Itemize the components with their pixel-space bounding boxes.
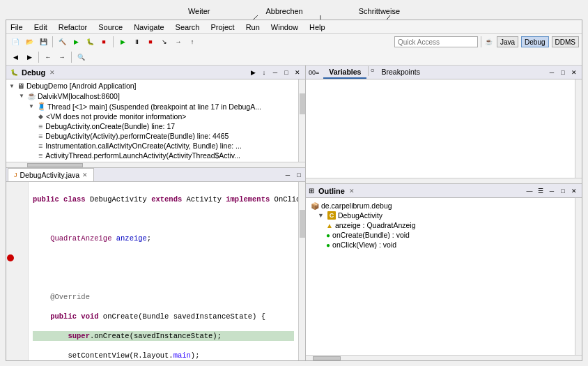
run-button[interactable]: ▶ — [70, 36, 82, 48]
debug-maximize-btn[interactable]: □ — [281, 68, 291, 77]
toolbar-row-2: ◀ ▶ ← → 🔍 — [6, 49, 582, 65]
outline-scrollbar[interactable] — [575, 198, 582, 355]
variables-maximize-btn[interactable]: □ — [558, 68, 568, 77]
prev-edit-button[interactable]: ← — [42, 51, 54, 63]
menu-help[interactable]: Help — [308, 23, 327, 31]
menu-refactor[interactable]: Refactor — [57, 23, 89, 31]
variables-minimize-btn[interactable]: ─ — [547, 68, 557, 77]
outline-filter-btn[interactable]: ☰ — [536, 186, 546, 196]
vars-hscrollbar[interactable] — [306, 178, 582, 183]
debug-step-btn[interactable]: ↓ — [259, 68, 269, 77]
editor-scroll-thumb[interactable] — [300, 210, 305, 238]
step-over-button[interactable]: → — [172, 36, 185, 48]
expand-icon-1[interactable]: ▼ — [19, 93, 24, 99]
expand-icon-2[interactable]: ▼ — [29, 103, 34, 109]
variables-close-btn[interactable]: ✕ — [569, 68, 579, 77]
editor-tab-close[interactable]: ✕ — [82, 171, 88, 178]
annotation-abbrechen: Abbrechen — [266, 7, 303, 15]
outline-collapse-btn[interactable]: — — [525, 186, 534, 196]
perspective-java-btn[interactable]: Java — [497, 36, 518, 47]
debug-close-x: ✕ — [49, 69, 55, 76]
outline-hscrollbar[interactable] — [306, 355, 582, 360]
menu-file[interactable]: File — [9, 23, 24, 31]
terminate-button[interactable]: ■ — [144, 36, 157, 48]
debug-close-btn[interactable]: ✕ — [293, 68, 302, 77]
perspective-debug-btn[interactable]: Debug — [521, 36, 548, 47]
debug-scrollbar[interactable] — [298, 79, 305, 162]
debug-resume-btn[interactable]: ▶ — [248, 68, 258, 77]
tree-item-oncreate[interactable]: ≡ DebugActivity.onCreate(Bundle) line: 1… — [8, 121, 297, 131]
outline-item-class[interactable]: ▼ C DebugActivity — [309, 211, 572, 220]
toolbar-sep-persp — [481, 36, 481, 47]
debug-scroll-thumb[interactable] — [300, 93, 305, 114]
tree-item-thread[interactable]: ▼ 🧵 Thread [<1> main] (Suspended (breakp… — [8, 101, 297, 112]
code-line-9: setContentView(R.layout.main); — [33, 351, 294, 360]
outline-item-method-onclick[interactable]: ● onClick(View) : void — [309, 240, 572, 250]
expand-icon-0[interactable]: ▼ — [9, 83, 15, 89]
tree-item-callactivity[interactable]: ≡ Instrumentation.callActivityOnCreate(A… — [8, 141, 297, 151]
tab-breakpoints[interactable]: Breakpoints — [376, 66, 425, 79]
stop-button[interactable]: ■ — [98, 36, 110, 48]
tree-label-5: DebugActivity(Activity).performCreate(Bu… — [45, 132, 229, 140]
code-line-5 — [33, 273, 294, 282]
outline-item-method-oncreate[interactable]: ● onCreate(Bundle) : void — [309, 230, 572, 240]
code-editor[interactable]: public class DebugActivity extends Activ… — [29, 182, 298, 360]
tree-item-debugdemo[interactable]: ▼ 🖥 DebugDemo [Android Application] — [8, 81, 297, 91]
forward-button[interactable]: ▶ — [23, 51, 36, 63]
editor-right-scrollbar[interactable] — [298, 182, 305, 360]
menu-run[interactable]: Run — [245, 23, 261, 31]
code-line-1: public class DebugActivity extends Activ… — [33, 195, 294, 204]
perspective-ddms-btn[interactable]: DDMS — [552, 36, 579, 47]
ln-10 — [16, 273, 26, 282]
menu-source[interactable]: Source — [97, 23, 124, 31]
editor-minimize-btn[interactable]: ─ — [283, 170, 293, 180]
outline-content: 📦 de.carpelibrum.debug ▼ C DebugActivity — [306, 198, 575, 355]
debug-button[interactable]: 🐛 — [84, 36, 96, 48]
back-button[interactable]: ◀ — [9, 51, 22, 63]
ln-8 — [16, 253, 26, 263]
save-button[interactable]: 💾 — [37, 36, 49, 48]
build-button[interactable]: 🔨 — [56, 36, 68, 48]
method-icon-1: ● — [326, 231, 330, 239]
tree-item-vm[interactable]: ◆ <VM does not provide monitor informati… — [8, 112, 297, 121]
perspective-java-icon[interactable]: ☕ — [484, 37, 494, 47]
menu-navigate[interactable]: Navigate — [132, 23, 165, 31]
tree-item-performlaunch[interactable]: ≡ ActivityThread.performLaunchActivity(A… — [8, 151, 297, 160]
outline-item-package[interactable]: 📦 de.carpelibrum.debug — [309, 201, 572, 211]
variables-tabs: Variables ○ Breakpoints — [323, 66, 426, 79]
menu-edit[interactable]: Edit — [33, 23, 49, 31]
new-button[interactable]: 📄 — [9, 36, 22, 48]
code-line-6: @Override — [33, 292, 294, 302]
variables-panel-header: 00= Variables ○ Breakpoints ─ □ ✕ — [306, 66, 582, 79]
search-btn[interactable]: 🔍 — [75, 51, 87, 63]
tab-variables[interactable]: Variables — [323, 66, 366, 79]
outline-minimize-btn[interactable]: ─ — [547, 186, 557, 196]
ln-12 — [16, 292, 26, 302]
vars-scrollbar[interactable] — [575, 79, 582, 178]
code-line-3: QuadratAnzeige anzeige; — [33, 234, 294, 243]
editor-tab-debugactivity[interactable]: J DebugActivity.java ✕ — [8, 168, 94, 181]
class-icon: C — [327, 211, 336, 220]
debug-minimize-btn[interactable]: ─ — [270, 68, 280, 77]
tree-item-performcreate[interactable]: ≡ DebugActivity(Activity).performCreate(… — [8, 131, 297, 141]
outline-label-anzeige: anzeige : QuadratAnzeig — [335, 221, 416, 229]
open-button[interactable]: 📂 — [23, 36, 36, 48]
outline-maximize-btn[interactable]: □ — [558, 186, 568, 196]
tree-item-dalvikvm[interactable]: ▼ ☕ DalvikVM[localhost:8600] — [8, 91, 297, 101]
editor-maximize-btn[interactable]: □ — [294, 170, 304, 180]
menu-project[interactable]: Project — [209, 23, 235, 31]
debug-hscrollbar[interactable] — [6, 162, 305, 167]
line-numbers — [15, 182, 29, 360]
quick-access-input[interactable] — [394, 36, 478, 47]
suspend-button[interactable]: ⏸ — [130, 36, 143, 48]
step-into-button[interactable]: ↘ — [158, 36, 171, 48]
step-return-button[interactable]: ↑ — [186, 36, 199, 48]
menu-window[interactable]: Window — [270, 23, 300, 31]
class-expand-icon[interactable]: ▼ — [318, 212, 324, 219]
debug-icon: 🐛 — [9, 68, 19, 77]
outline-close-btn[interactable]: ✕ — [569, 186, 579, 196]
resume-button[interactable]: ▶ — [116, 36, 129, 48]
menu-search[interactable]: Search — [174, 23, 201, 31]
outline-item-field-anzeige[interactable]: ▲ anzeige : QuadratAnzeig — [309, 220, 572, 230]
next-edit-button[interactable]: → — [56, 51, 68, 63]
